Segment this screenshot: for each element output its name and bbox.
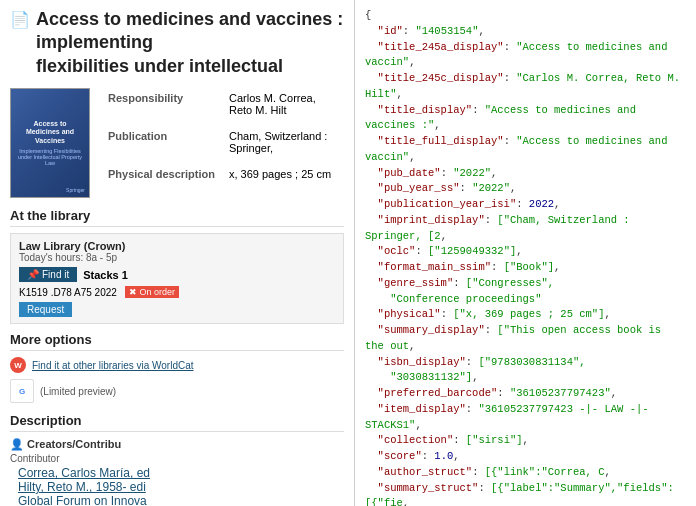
left-panel: 📄 Access to medicines and vaccines : imp… bbox=[0, 0, 355, 506]
more-options-section: More options W Find it at other librarie… bbox=[10, 332, 344, 403]
document-icon: 📄 bbox=[10, 10, 30, 31]
cover-title: Access to Medicines and Vaccines bbox=[17, 120, 83, 145]
library-section-header: At the library bbox=[10, 208, 344, 227]
location-pin-icon: 📌 bbox=[27, 269, 39, 280]
creators-label: 👤 Creators/Contribu bbox=[10, 438, 344, 451]
on-order-badge: ✖ On order bbox=[125, 286, 179, 298]
contributor-1[interactable]: Correa, Carlos María, ed bbox=[18, 466, 344, 480]
google-preview-icon: G bbox=[10, 379, 34, 403]
google-preview-row[interactable]: G (Limited preview) bbox=[10, 379, 344, 403]
physical-label: Physical description bbox=[104, 166, 223, 186]
contributor-label: Contributor bbox=[10, 453, 344, 464]
json-content: { "id": "14053154", "title_245a_display"… bbox=[365, 8, 686, 506]
cover-publisher: Springer bbox=[66, 187, 85, 193]
publication-label: Publication bbox=[104, 128, 223, 164]
person-icon: 👤 bbox=[10, 438, 27, 450]
contributor-2[interactable]: Hilty, Reto M., 1958- edi bbox=[18, 480, 344, 494]
responsibility-value: Carlos M. Correa, Reto M. Hilt bbox=[225, 90, 342, 126]
more-options-header: More options bbox=[10, 332, 344, 351]
call-number-row: K1519 .D78 A75 2022 ✖ On order bbox=[19, 286, 335, 298]
library-hours: Today's hours: 8a - 5p bbox=[19, 252, 335, 263]
page-title: 📄 Access to medicines and vaccines : imp… bbox=[10, 8, 344, 78]
physical-row: Physical description x, 369 pages ; 25 c… bbox=[104, 166, 342, 186]
find-it-button[interactable]: 📌 Find it bbox=[19, 267, 77, 282]
find-it-row: 📌 Find it Stacks 1 bbox=[19, 267, 335, 282]
library-name: Law Library (Crown) bbox=[19, 240, 335, 252]
request-button[interactable]: Request bbox=[19, 302, 72, 317]
call-number: K1519 .D78 A75 2022 bbox=[19, 287, 117, 298]
worldcat-label: Find it at other libraries via WorldCat bbox=[32, 360, 194, 371]
google-preview-label: (Limited preview) bbox=[40, 386, 116, 397]
responsibility-row: Responsibility Carlos M. Correa, Reto M.… bbox=[104, 90, 342, 126]
on-order-x-icon: ✖ bbox=[129, 287, 137, 297]
publication-row: Publication Cham, Switzerland : Springer… bbox=[104, 128, 342, 164]
description-section: Description 👤 Creators/Contribu Contribu… bbox=[10, 413, 344, 506]
title-text: Access to medicines and vaccines : imple… bbox=[36, 8, 344, 78]
book-cover-row: Access to Medicines and Vaccines Impleme… bbox=[10, 88, 344, 198]
physical-value: x, 369 pages ; 25 cm bbox=[225, 166, 342, 186]
worldcat-row[interactable]: W Find it at other libraries via WorldCa… bbox=[10, 357, 344, 373]
description-header: Description bbox=[10, 413, 344, 432]
book-info-table: Responsibility Carlos M. Correa, Reto M.… bbox=[102, 88, 344, 188]
cover-subtitle: Implementing Flexibilities under Intelle… bbox=[17, 148, 83, 166]
contributors-list: Correa, Carlos María, ed Hilty, Reto M.,… bbox=[18, 466, 344, 506]
stacks-label: Stacks 1 bbox=[83, 269, 128, 281]
responsibility-label: Responsibility bbox=[104, 90, 223, 126]
worldcat-icon: W bbox=[10, 357, 26, 373]
request-row: Request bbox=[19, 302, 335, 317]
publication-value: Cham, Switzerland : Springer, bbox=[225, 128, 342, 164]
library-box: Law Library (Crown) Today's hours: 8a - … bbox=[10, 233, 344, 324]
book-cover: Access to Medicines and Vaccines Impleme… bbox=[10, 88, 90, 198]
contributor-3[interactable]: Global Forum on Innova bbox=[18, 494, 344, 506]
json-panel: { "id": "14053154", "title_245a_display"… bbox=[355, 0, 696, 506]
